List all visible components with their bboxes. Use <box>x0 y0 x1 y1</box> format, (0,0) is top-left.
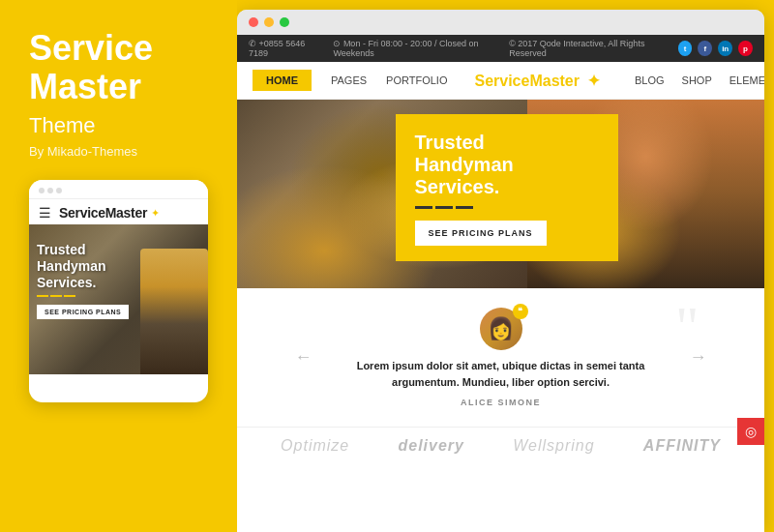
quote-badge: ❝ <box>513 304 528 319</box>
testimonial-content: " 👩 ❝ Lorem ipsum dolor sit amet, ubique… <box>332 308 670 407</box>
browser-close-dot <box>249 17 258 27</box>
avatar-image: 👩 <box>488 316 514 341</box>
title-line1: Service <box>29 28 153 68</box>
linkedin-icon[interactable]: in <box>718 41 732 56</box>
mobile-hero: Trusted Handyman Services. SEE PRICING P… <box>29 224 208 374</box>
dot-2 <box>47 188 53 193</box>
info-bar-left: ✆ +0855 5646 7189 ⊙ Mon - Fri 08:00 - 20… <box>249 39 509 58</box>
nav-links-right: BLOG SHOP ELEMENTS <box>635 74 764 86</box>
nav-blog-link[interactable]: BLOG <box>635 74 665 86</box>
mobile-logo-star: ✦ <box>151 207 160 220</box>
theme-title: Service Master <box>29 29 218 105</box>
mobile-cta-button[interactable]: SEE PRICING PLANS <box>37 305 129 319</box>
left-panel: Service Master Theme By Mikado-Themes ☰ … <box>0 0 237 532</box>
prev-testimonial-arrow[interactable]: ← <box>295 347 313 368</box>
browser-chrome <box>237 10 764 35</box>
dot-1 <box>39 188 45 193</box>
title-line2: Master <box>29 67 141 106</box>
nav-bar: HOME PAGES PORTFOLIO ServiceMaster✦ BLOG… <box>237 62 764 100</box>
quote-decoration: " <box>675 298 700 356</box>
nav-logo: ServiceMaster✦ <box>474 72 608 90</box>
mobile-worker-image <box>140 249 208 374</box>
browser-minimize-dot <box>264 17 274 27</box>
copyright-info: © 2017 Qode Interactive, All Rights Rese… <box>509 39 671 58</box>
mobile-hero-text: Trusted Handyman Services. SEE PRICING P… <box>37 242 129 318</box>
testimonial-text: Lorem ipsum dolor sit amet, ubique dicta… <box>332 358 670 390</box>
mobile-mockup: ☰ ServiceMaster ✦ Trusted Handyman Servi… <box>29 180 208 402</box>
hero-card-title: Trusted Handyman Services. <box>415 132 599 198</box>
browser-maximize-dot <box>280 17 289 27</box>
mobile-window-dots <box>39 188 62 193</box>
info-bar-right: © 2017 Qode Interactive, All Rights Rese… <box>509 39 753 58</box>
brand-delivery: delivery <box>398 437 463 455</box>
twitter-icon[interactable]: t <box>678 41 693 56</box>
mobile-hero-title: Trusted Handyman Services. <box>37 242 129 290</box>
hours-info: ⊙ Mon - Fri 08:00 - 20:00 / Closed on We… <box>333 39 509 58</box>
nav-portfolio-link[interactable]: PORTFOLIO <box>386 74 447 86</box>
nav-pages-link[interactable]: PAGES <box>331 74 367 86</box>
dot-3 <box>56 188 62 193</box>
info-bar: ✆ +0855 5646 7189 ⊙ Mon - Fri 08:00 - 20… <box>237 35 764 62</box>
hero-overlay-card: Trusted Handyman Services. SEE PRICING P… <box>396 114 618 261</box>
mobile-logo-row: ☰ ServiceMaster ✦ <box>29 199 208 224</box>
avatar-container: 👩 ❝ <box>480 308 522 350</box>
mobile-logo: ServiceMaster <box>59 205 147 221</box>
testimonial-section: ← " 👩 ❝ Lorem ipsum dolor sit amet, ubiq… <box>237 288 764 427</box>
theme-by: By Mikado-Themes <box>29 144 218 159</box>
nav-elements-link[interactable]: ELEMENTS <box>729 74 764 86</box>
nav-shop-link[interactable]: SHOP <box>682 74 712 86</box>
browser-content: ✆ +0855 5646 7189 ⊙ Mon - Fri 08:00 - 20… <box>237 35 764 532</box>
hero-cta-button[interactable]: SEE PRICING PLANS <box>415 221 547 246</box>
testimonial-name: ALICE SIMONE <box>461 398 541 407</box>
mobile-top-bar <box>29 180 208 199</box>
mobile-hero-bg: Trusted Handyman Services. SEE PRICING P… <box>29 224 208 374</box>
brand-affinity: AFFINITY <box>643 437 721 455</box>
pinterest-icon[interactable]: p <box>738 41 753 56</box>
theme-subtitle: Theme <box>29 113 218 138</box>
nav-home-button[interactable]: HOME <box>253 70 312 91</box>
hero-section: Trusted Handyman Services. SEE PRICING P… <box>237 100 764 288</box>
floating-action-button[interactable]: ◎ <box>737 418 764 445</box>
floating-btn-icon: ◎ <box>745 424 757 439</box>
hero-dashes <box>415 206 599 209</box>
nav-logo-star: ✦ <box>587 73 600 89</box>
phone-info: ✆ +0855 5646 7189 <box>249 39 321 58</box>
brand-optimize: Optimize <box>281 437 349 455</box>
hamburger-icon: ☰ <box>39 205 51 221</box>
brand-strip: Optimize delivery Wellspring AFFINITY <box>237 427 764 464</box>
facebook-icon[interactable]: f <box>698 41 712 56</box>
mobile-dashes <box>37 295 129 297</box>
browser-mockup: ✆ +0855 5646 7189 ⊙ Mon - Fri 08:00 - 20… <box>237 10 764 532</box>
brand-wellspring: Wellspring <box>513 437 594 455</box>
